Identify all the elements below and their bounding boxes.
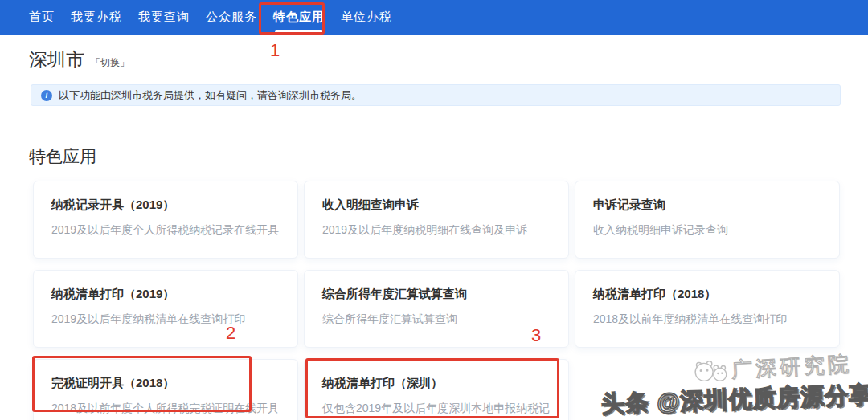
card-title: 纳税清单打印（2019） [51,287,280,302]
nav-item-label: 我要办税 [71,10,122,25]
card-desc: 2019及以后年度个人所得税纳税记录在线开具 [51,221,280,239]
card-tax-record-2019[interactable]: 纳税记录开具（2019） 2019及以后年度个人所得税纳税记录在线开具 [33,181,298,259]
nav-item-home[interactable]: 首页 [21,0,63,35]
page-title: 特色应用 [29,145,868,168]
city-line: 深圳市 「切换」 [29,47,868,72]
card-desc: 2019及以后年度纳税清单在线查询打印 [51,310,280,328]
nav-item-public-service[interactable]: 公众服务 [198,0,265,35]
active-tab-indicator [275,30,323,33]
card-desc: 2018及以前年度个人所得税完税证明在线开具 [51,399,280,417]
card-title: 综合所得年度汇算试算查询 [322,287,551,302]
notice-text: 以下功能由深圳市税务局提供，如有疑问，请咨询深圳市税务局。 [59,88,362,103]
nav-item-label: 公众服务 [206,10,257,25]
nav-item-featured-apps[interactable]: 特色应用 [265,0,333,35]
card-desc: 仅包含2019年及以后年度深圳本地申报纳税记录，含应纳税所得额信息 [322,399,551,420]
notice-bar: i 以下功能由深圳市税务局提供，如有疑问，请咨询深圳市税务局。 [31,84,841,106]
card-title: 申诉记录查询 [593,198,821,213]
card-desc: 收入纳税明细申诉记录查询 [593,221,821,239]
nav-item-label: 单位办税 [341,10,392,25]
card-appeal-record-query[interactable]: 申诉记录查询 收入纳税明细申诉记录查询 [575,181,840,259]
card-annual-settlement-trial[interactable]: 综合所得年度汇算试算查询 综合所得年度汇算试算查询 [304,270,569,348]
nav-item-do-tax[interactable]: 我要办税 [63,0,130,35]
card-tax-cert-2018[interactable]: 完税证明开具（2018） 2018及以前年度个人所得税完税证明在线开具 [33,359,298,420]
card-title: 纳税记录开具（2019） [51,198,280,213]
card-title: 纳税清单打印（2018） [593,287,821,302]
top-navbar: 首页 我要办税 我要查询 公众服务 特色应用 单位办税 [0,0,868,35]
card-title: 收入明细查询申诉 [322,198,551,213]
card-desc: 综合所得年度汇算试算查询 [322,310,551,328]
card-desc: 2019及以后年度纳税明细在线查询及申诉 [322,221,551,239]
nav-item-query[interactable]: 我要查询 [130,0,198,35]
info-icon: i [41,90,52,101]
card-title: 纳税清单打印（深圳） [322,376,551,391]
nav-item-label: 特色应用 [273,10,325,25]
card-tax-list-print-2019[interactable]: 纳税清单打印（2019） 2019及以后年度纳税清单在线查询打印 [33,270,298,348]
nav-item-label: 我要查询 [138,10,190,25]
nav-item-label: 首页 [29,10,55,25]
card-tax-list-print-shenzhen[interactable]: 纳税清单打印（深圳） 仅包含2019年及以后年度深圳本地申报纳税记录，含应纳税所… [304,359,569,420]
nav-item-company-tax[interactable]: 单位办税 [333,0,400,35]
city-switch-link[interactable]: 「切换」 [91,56,129,70]
feature-card-grid: 纳税记录开具（2019） 2019及以后年度个人所得税纳税记录在线开具 收入明细… [33,181,868,420]
city-name: 深圳市 [29,47,84,72]
card-title: 完税证明开具（2018） [51,376,280,391]
card-tax-list-print-2018[interactable]: 纳税清单打印（2018） 2018及以前年度纳税清单在线查询打印 [575,270,840,348]
card-desc: 2018及以前年度纳税清单在线查询打印 [593,310,821,328]
card-income-detail-appeal[interactable]: 收入明细查询申诉 2019及以后年度纳税明细在线查询及申诉 [304,181,569,259]
